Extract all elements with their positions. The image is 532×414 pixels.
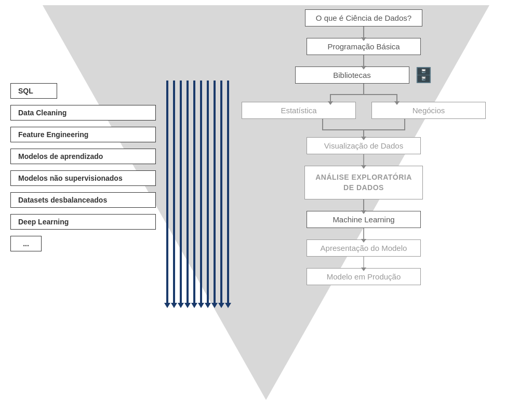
- bif-horizontal-line: [330, 94, 397, 95]
- arrow-5: [363, 228, 364, 239]
- left-boxes-container: SQL Data Cleaning Feature Engineering Mo…: [10, 83, 156, 251]
- split-row: Estatística Negócios: [223, 102, 504, 119]
- left-box-feature-engineering: Feature Engineering: [10, 127, 156, 142]
- merge-left-line: [322, 119, 323, 129]
- arrow-1: [363, 26, 364, 38]
- merge-right-line: [404, 119, 405, 129]
- bif-vertical-line: [363, 84, 364, 94]
- flow-box-analise-exploratoria: ANÁLISE EXPLORATÓRIADE DADOS: [304, 166, 423, 199]
- flow-box-estatistica: Estatística: [242, 102, 356, 119]
- left-box-modelos-supervisionados: Modelos não supervisionados: [10, 170, 156, 186]
- flow-box-bibliotecas: Bibliotecas: [295, 66, 409, 84]
- blue-arrow-2: [173, 81, 175, 304]
- blue-arrow-8: [214, 81, 216, 304]
- blue-arrow-4: [187, 81, 189, 304]
- blue-arrow-9: [220, 81, 222, 304]
- left-box-data-cleaning: Data Cleaning: [10, 105, 156, 121]
- left-box-deep-learning: Deep Learning: [10, 214, 156, 230]
- arrow-4: [363, 199, 364, 211]
- arrow-6: [363, 257, 364, 268]
- left-box-sql: SQL: [10, 83, 57, 99]
- arrow-2: [363, 55, 364, 66]
- left-box-datasets-desbalanceados: Datasets desbalanceados: [10, 192, 156, 208]
- database-icon: 🗄️: [415, 68, 433, 83]
- flow-box-ciencia-dados: O que é Ciência de Dados?: [305, 9, 422, 26]
- flow-box-negocios: Negócios: [371, 102, 486, 119]
- blue-arrows-group: [166, 81, 229, 304]
- bif-left-arrow: [330, 94, 331, 102]
- flow-chart: O que é Ciência de Dados? Programação Bá…: [223, 9, 504, 285]
- blue-arrow-7: [207, 81, 209, 304]
- left-box-modelos-aprendizado: Modelos de aprendizado: [10, 149, 156, 164]
- blue-arrow-5: [193, 81, 195, 304]
- blue-arrow-1: [166, 81, 168, 304]
- blue-arrow-3: [180, 81, 182, 304]
- arrow-3: [363, 154, 364, 166]
- blue-arrow-6: [200, 81, 202, 304]
- left-box-etc: ...: [10, 236, 42, 251]
- bif-right-arrow: [396, 94, 397, 102]
- main-container: SQL Data Cleaning Feature Engineering Mo…: [0, 0, 532, 414]
- merge-connector: [281, 119, 447, 137]
- bifurcation-connector: [286, 84, 442, 102]
- merge-down-arrow: [363, 129, 364, 137]
